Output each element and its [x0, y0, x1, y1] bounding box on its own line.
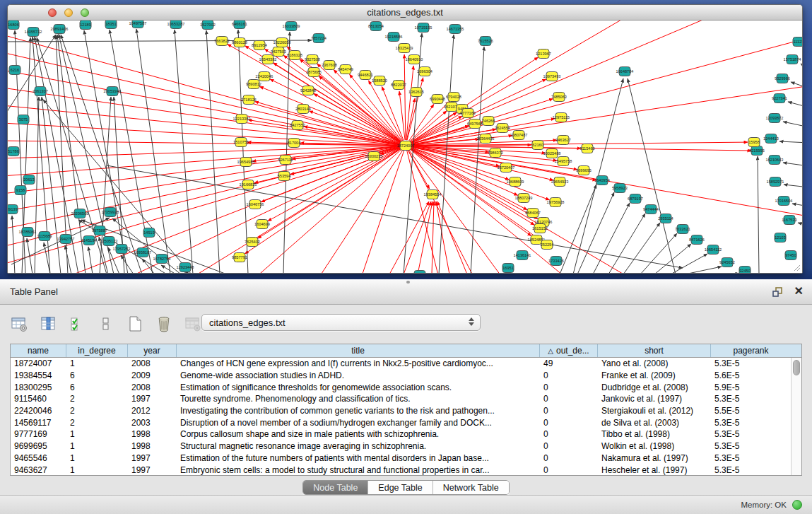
network-node[interactable]: 15958 — [748, 138, 760, 147]
column-header-title[interactable]: title — [177, 344, 540, 357]
network-node[interactable]: 20891406 — [51, 25, 69, 34]
table-cell[interactable]: Estimation of the future numbers of pati… — [177, 453, 540, 463]
network-node[interactable]: 2367608 — [322, 61, 337, 70]
network-node[interactable]: 9427503 — [271, 47, 286, 57]
network-node[interactable]: 16033809 — [283, 22, 300, 31]
table-cell[interactable]: 0 — [540, 441, 598, 451]
network-window[interactable]: citations_edges.txt 16806140557122089140… — [7, 4, 803, 274]
table-cell[interactable]: 19384554 — [11, 370, 66, 380]
network-node[interactable]: 8471626 — [689, 235, 705, 245]
table-cell[interactable]: 5.9E-5 — [711, 382, 791, 392]
table-cell[interactable]: Tibbo et al. (1998) — [598, 429, 711, 439]
network-node[interactable]: 14136141 — [514, 251, 531, 260]
network-node[interactable]: 9329966 — [775, 74, 790, 83]
network-node[interactable]: 19166825 — [240, 180, 257, 189]
network-node[interactable]: 9890812 — [246, 80, 261, 89]
table-mode-button[interactable] — [10, 315, 28, 333]
tab-network-table[interactable]: Network Table — [433, 481, 509, 494]
table-row[interactable]: 946362711997Embryonic stem cells: a mode… — [11, 464, 791, 475]
close-icon[interactable]: ✕ — [794, 284, 804, 298]
network-node[interactable]: 1733426 — [548, 257, 564, 266]
network-node[interactable]: 8813054 — [368, 22, 384, 31]
network-node[interactable]: 6216 — [9, 66, 20, 75]
table-cell[interactable]: Corpus callosum shape and size in male p… — [177, 429, 540, 439]
table-cell[interactable]: 5.3E-5 — [711, 394, 791, 404]
network-node[interactable]: 9115460 — [579, 144, 594, 153]
table-cell[interactable]: Yano et al. (2008) — [598, 358, 711, 368]
network-node[interactable]: 6794028 — [446, 93, 461, 102]
network-node[interactable]: 16951 — [502, 264, 514, 273]
network-node[interactable]: 2061307 — [33, 87, 48, 96]
network-node[interactable]: 2803144 — [295, 105, 311, 114]
table-cell[interactable]: 5.5E-5 — [711, 406, 791, 416]
network-node[interactable]: 9242848 — [300, 86, 316, 95]
table-cell[interactable]: Genome-wide association studies in ADHD. — [177, 370, 540, 380]
table-cell[interactable]: 1997 — [128, 394, 177, 404]
network-node[interactable]: 18226058 — [273, 38, 291, 47]
table-row[interactable]: 2242004622012Investigating the contribut… — [11, 405, 791, 417]
table-row[interactable]: 1830029562008Estimation of significance … — [11, 381, 791, 393]
table-cell[interactable]: 2003 — [128, 418, 177, 428]
create-column-button[interactable] — [126, 315, 144, 333]
table-cell[interactable]: 0 — [540, 418, 598, 428]
network-node[interactable]: 553594 — [278, 172, 291, 181]
network-node[interactable]: 7615526 — [478, 37, 493, 46]
network-node[interactable]: 9860128 — [232, 38, 247, 47]
network-node[interactable]: 92450 — [739, 267, 751, 274]
tab-node-table[interactable]: Node Table — [303, 481, 368, 494]
table-cell[interactable]: Estimation of significance thresholds fo… — [177, 382, 540, 392]
float-window-icon[interactable] — [771, 286, 784, 298]
network-node[interactable]: 3624554 — [495, 124, 510, 133]
network-node[interactable]: 1875685 — [306, 68, 322, 77]
network-node[interactable]: 19654923 — [551, 177, 569, 187]
table-cell[interactable]: Franke et al. (2009) — [598, 370, 711, 380]
table-row[interactable]: 1938455462009Genome-wide association stu… — [11, 370, 791, 382]
row-height-button[interactable] — [97, 315, 115, 333]
table-cell[interactable]: 1997 — [128, 465, 177, 475]
network-node[interactable]: 8912954 — [252, 41, 267, 50]
table-cell[interactable]: 9777169 — [11, 429, 66, 439]
network-node[interactable]: 1640954 — [594, 176, 610, 185]
network-node[interactable]: 7625402 — [245, 238, 260, 247]
network-node[interactable]: 9975887 — [92, 226, 107, 235]
table-cell[interactable]: 0 — [540, 453, 598, 463]
table-cell[interactable]: 1997 — [128, 453, 177, 463]
network-node[interactable]: 1604699 — [254, 220, 270, 229]
network-node[interactable]: 10807487 — [510, 131, 528, 140]
network-node[interactable]: 8427552 — [290, 121, 305, 130]
network-node[interactable]: 6466161 — [232, 21, 247, 29]
network-node[interactable]: 20364436 — [477, 134, 495, 144]
network-node[interactable]: 14519 — [143, 228, 155, 238]
table-cell[interactable]: 6 — [66, 382, 128, 392]
table-cell[interactable]: Tourette syndrome. Phenomenology and cla… — [177, 394, 540, 404]
scrollbar-thumb[interactable] — [793, 360, 800, 375]
network-node[interactable]: 6990448 — [430, 95, 445, 104]
table-cell[interactable]: Nakamura et al. (1997) — [598, 453, 711, 463]
network-node[interactable]: 15751874 — [784, 55, 801, 64]
table-vertical-scrollbar[interactable] — [791, 358, 801, 475]
network-node[interactable]: 7986372 — [488, 148, 503, 158]
network-node[interactable]: 20613 — [23, 175, 35, 185]
table-cell[interactable]: 1 — [66, 465, 128, 475]
network-node[interactable]: 10654112 — [705, 245, 722, 255]
table-cell[interactable]: 2 — [66, 406, 128, 416]
network-node[interactable]: 1213967 — [536, 49, 551, 59]
table-row[interactable]: 969969511998Structural magnetic resonanc… — [11, 440, 791, 452]
network-node[interactable]: 9699695 — [576, 166, 592, 175]
table-row[interactable]: 1872400712008Changes of HCN gene express… — [11, 358, 791, 370]
network-node[interactable]: 10653287 — [167, 21, 185, 29]
network-node[interactable]: 252254 — [541, 240, 554, 250]
network-node[interactable]: 16648784 — [616, 67, 634, 76]
network-node[interactable]: 1167533 — [782, 216, 796, 225]
column-header-pagerank[interactable]: pagerank — [711, 344, 791, 357]
network-node[interactable]: 9227341 — [772, 94, 787, 103]
network-node[interactable]: 12505123 — [100, 237, 118, 246]
splitter-grip[interactable] — [406, 281, 410, 284]
table-cell[interactable]: 14569117 — [11, 418, 66, 428]
network-node[interactable]: 18785061 — [19, 228, 37, 237]
network-node[interactable]: 11123 — [793, 37, 803, 47]
network-node[interactable]: 9857791 — [232, 253, 247, 262]
network-node[interactable]: 6497568 — [467, 119, 483, 129]
table-cell[interactable]: 18724007 — [11, 358, 66, 368]
table-cell[interactable]: Changes of HCN gene expression and I(f) … — [177, 358, 540, 368]
